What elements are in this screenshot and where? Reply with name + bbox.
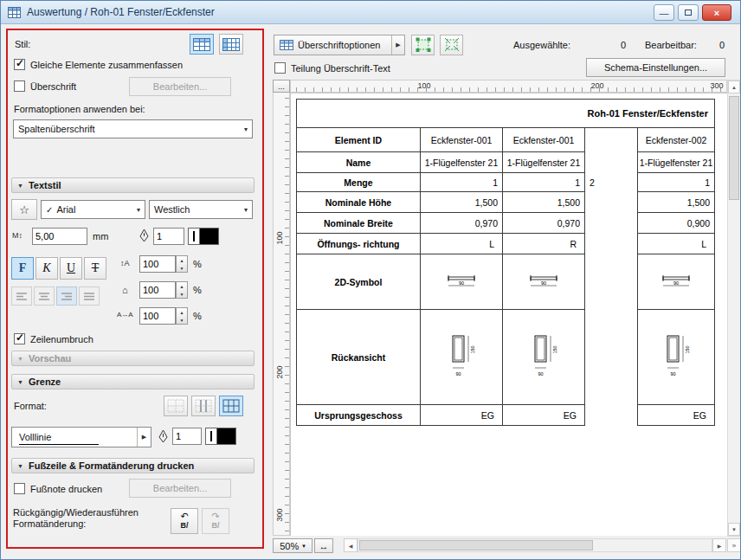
letter-spacing-input[interactable] — [139, 307, 176, 325]
header-checkbox[interactable]: ✓ Überschrift — [14, 80, 76, 92]
merge-elements-checkbox[interactable]: ✓ Gleiche Elemente zusammenfassen — [14, 59, 183, 70]
undo-format-button[interactable]: ↶ B/ — [171, 508, 198, 534]
row-label-richtung[interactable]: Öffnungs- richtung — [296, 234, 421, 254]
cell-richtung-1[interactable]: L — [421, 234, 503, 254]
cell-symbol-1[interactable]: 90 — [421, 254, 503, 310]
row-label-element-id[interactable]: Element ID — [296, 128, 421, 152]
checkbox-box[interactable]: ✓ — [14, 80, 25, 92]
line-spacing-input[interactable] — [139, 255, 176, 273]
minimize-button[interactable]: — — [654, 4, 674, 21]
checkbox-box[interactable]: ✓ — [14, 483, 25, 494]
row-label-breite[interactable]: Nominale Breite — [296, 213, 421, 234]
ruler-corner-button[interactable]: ... — [273, 80, 290, 93]
section-footer[interactable]: ▼ Fußzeile & Formatänderung drucken — [11, 458, 255, 473]
cell-menge-3[interactable]: 1 — [637, 173, 715, 192]
font-select[interactable]: ✓ Arial ▾ — [41, 200, 145, 219]
section-border[interactable]: ▼ Grenze — [11, 374, 255, 389]
cell-richtung-3[interactable]: L — [637, 234, 715, 254]
edit-header-button[interactable]: Bearbeiten... — [129, 77, 231, 96]
checkbox-box[interactable]: ✓ — [14, 59, 25, 70]
spin-down-icon[interactable]: ▼ — [177, 264, 187, 272]
italic-button[interactable]: K — [35, 257, 58, 280]
stretch-area-button[interactable] — [440, 35, 463, 55]
checkbox-box[interactable]: ✓ — [14, 333, 25, 344]
spin-up-icon[interactable]: ▲ — [177, 256, 187, 264]
cell-hoehe-3[interactable]: 1,500 — [637, 192, 715, 213]
border-vertical-button[interactable] — [191, 396, 216, 416]
header-options-button[interactable]: Überschriftoptionen ▶ — [274, 35, 405, 55]
footnote-checkbox[interactable]: ✓ Fußnote drucken — [14, 483, 102, 494]
width-factor-spinner[interactable]: ▲ ▼ — [176, 281, 188, 299]
horizontal-scroll-thumb[interactable] — [359, 540, 593, 550]
redo-format-button[interactable]: ↷ B/ — [202, 508, 229, 534]
split-header-text-checkbox[interactable]: ✓ Teilung Überschrift-Text — [274, 62, 390, 74]
cell-rueckansicht-1[interactable]: 150 90 — [421, 310, 503, 405]
favorites-button[interactable]: ☆ — [11, 199, 37, 220]
spin-up-icon[interactable]: ▲ — [177, 308, 187, 316]
section-preview[interactable]: ▼ Vorschau — [11, 351, 255, 366]
cell-menge-2[interactable]: 1 — [503, 173, 585, 192]
line-type-selector[interactable]: Volllinie ▶ — [11, 427, 151, 447]
style-option-grid-button[interactable] — [219, 34, 243, 55]
word-wrap-checkbox[interactable]: ✓ Zeilenumbruch — [14, 333, 93, 344]
spin-down-icon[interactable]: ▼ — [177, 290, 187, 298]
row-label-name[interactable]: Name — [296, 152, 421, 173]
cell-breite-1[interactable]: 0,970 — [421, 213, 503, 234]
cell-name-1[interactable]: 1-Flügelfenster 21 — [421, 152, 503, 173]
align-center-button[interactable] — [34, 286, 55, 306]
border-grid-button[interactable] — [219, 396, 243, 416]
title-bar[interactable]: Auswertung / Roh-01 Fenster/Eckfenster — [1, 1, 740, 24]
align-justify-button[interactable] — [79, 286, 100, 306]
cell-breite-2[interactable]: 0,970 — [503, 213, 585, 234]
apply-format-select[interactable]: Spaltenüberschrift ▾ — [13, 119, 253, 138]
line-spacing-spinner[interactable]: ▲ ▼ — [176, 255, 188, 273]
cell-element-id-1[interactable]: Eckfenster-001 — [421, 128, 503, 152]
spin-up-icon[interactable]: ▲ — [177, 282, 187, 290]
menu-arrow-icon[interactable]: ▶ — [137, 428, 151, 447]
align-left-button[interactable] — [11, 286, 32, 306]
row-label-geschoss[interactable]: Ursprungsgeschoss — [296, 405, 421, 426]
strikethrough-button[interactable]: T — [84, 257, 106, 280]
cell-symbol-2[interactable]: 90 — [503, 254, 585, 310]
vertical-scrollbar[interactable]: ▲ ▼ — [727, 80, 741, 537]
cell-hoehe-1[interactable]: 1,500 — [421, 192, 503, 213]
style-option-merged-button[interactable] — [190, 34, 214, 55]
pen-color-swatch[interactable] — [188, 228, 219, 245]
edit-footnote-button[interactable]: Bearbeiten... — [129, 479, 231, 498]
pane-corner-button[interactable]: » — [727, 538, 741, 552]
font-size-input[interactable] — [32, 228, 87, 245]
cell-rueckansicht-3[interactable]: 150 90 — [637, 310, 715, 405]
cell-geschoss-3[interactable]: EG — [637, 405, 715, 426]
schema-settings-button[interactable]: Schema-Einstellungen... — [586, 58, 725, 77]
cell-name-3[interactable]: 1-Flügelfenster 21 — [637, 152, 715, 173]
select-area-button[interactable] — [411, 35, 435, 55]
underline-button[interactable]: U — [60, 257, 82, 280]
border-pen-input[interactable] — [172, 428, 202, 445]
row-label-hoehe[interactable]: Nominale Höhe — [296, 192, 421, 213]
cell-geschoss-2[interactable]: EG — [503, 405, 585, 426]
border-none-button[interactable] — [164, 396, 188, 416]
border-pen-color-swatch[interactable] — [205, 428, 236, 445]
horizontal-scrollbar[interactable] — [358, 538, 712, 552]
close-button[interactable]: × — [702, 4, 731, 21]
cell-geschoss-1[interactable]: EG — [421, 405, 503, 426]
cell-element-id-3[interactable]: Eckfenster-002 — [637, 128, 715, 152]
cell-symbol-3[interactable]: 90 — [637, 254, 715, 310]
fit-width-button[interactable]: ↔ — [314, 538, 333, 553]
align-right-button[interactable] — [56, 286, 77, 306]
cell-name-2[interactable]: 1-Flügelfenster 21 — [503, 152, 585, 173]
width-factor-input[interactable] — [139, 281, 176, 299]
letter-spacing-spinner[interactable]: ▲ ▼ — [176, 307, 188, 325]
row-label-rueckansicht[interactable]: Rückansicht — [296, 310, 421, 405]
spin-down-icon[interactable]: ▼ — [177, 316, 187, 324]
cell-rueckansicht-2[interactable]: 150 90 — [503, 310, 585, 405]
checkbox-box[interactable]: ✓ — [274, 62, 286, 74]
section-textstyle[interactable]: ▼ Textstil — [11, 177, 255, 193]
zoom-level-button[interactable]: 50% ▾ — [273, 538, 313, 553]
row-label-menge[interactable]: Menge — [296, 173, 421, 192]
menu-arrow-icon[interactable]: ▶ — [391, 35, 404, 55]
table-title[interactable]: Roh-01 Fenster/Eckfenster — [296, 99, 715, 128]
maximize-button[interactable] — [678, 4, 699, 21]
vertical-scroll-thumb[interactable] — [729, 96, 739, 200]
scroll-right-button[interactable]: ▶ — [712, 538, 726, 552]
